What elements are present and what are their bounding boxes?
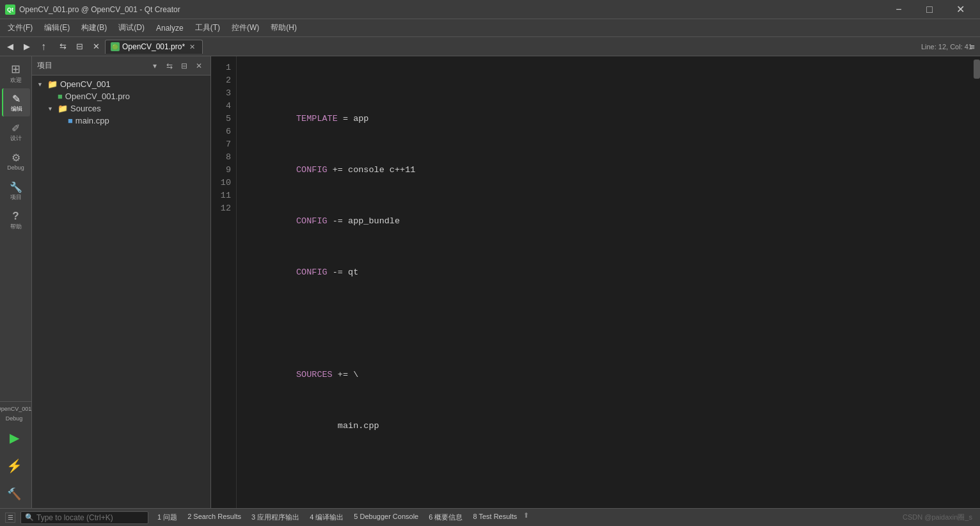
debug-icon: ⚙ bbox=[12, 152, 20, 164]
filter-button[interactable]: ▾ bbox=[148, 60, 161, 72]
line-num-2: 2 bbox=[211, 74, 236, 87]
code-line-7: main.cpp bbox=[244, 407, 972, 420]
nav-up-button[interactable]: ↑ bbox=[36, 39, 51, 54]
collapse-all-button[interactable]: ⊟ bbox=[178, 60, 191, 72]
line-num-3: 3 bbox=[211, 87, 236, 100]
nav-forward-button[interactable]: ▶ bbox=[19, 39, 35, 54]
menu-bar: 文件(F) 编辑(E) 构建(B) 调试(D) Analyze 工具(T) 控件… bbox=[0, 19, 980, 37]
tree-item-pro-file[interactable]: ▶ ■ OpenCV_001.pro bbox=[32, 90, 210, 102]
sidebar-item-debug-bottom[interactable]: Debug bbox=[0, 413, 28, 424]
sidebar-item-run-kit[interactable]: OpenCV_001 bbox=[0, 404, 28, 413]
file-panel-actions: ▾ ⇆ ⊟ ✕ bbox=[148, 60, 205, 72]
menu-analyze[interactable]: Analyze bbox=[151, 22, 189, 35]
line-num-4: 4 bbox=[211, 100, 236, 113]
menu-debug[interactable]: 调试(D) bbox=[113, 20, 150, 35]
tree-label-opencv001: OpenCV_001 bbox=[60, 79, 111, 89]
title-bar-controls: − □ ✕ bbox=[884, 0, 975, 19]
sidebar-label-welcome: 欢迎 bbox=[10, 77, 22, 84]
sidebar-label-debug: Debug bbox=[7, 165, 24, 171]
file-panel-title: 项目 bbox=[37, 60, 52, 71]
close-panel-button[interactable]: ✕ bbox=[193, 60, 205, 72]
menu-help[interactable]: 帮助(H) bbox=[265, 20, 302, 35]
sync-tree-button[interactable]: ⇆ bbox=[163, 60, 176, 72]
sidebar-item-edit[interactable]: ✎ 编辑 bbox=[2, 88, 30, 116]
toolbar-split-button[interactable]: ⊟ bbox=[72, 39, 87, 54]
sidebar-item-welcome[interactable]: ⊞ 欢迎 bbox=[2, 59, 30, 87]
file-tree: ▼ 📁 OpenCV_001 ▶ ■ OpenCV_001.pro ▼ 📁 So… bbox=[32, 76, 210, 508]
kit-label: OpenCV_001 bbox=[0, 406, 31, 412]
sidebar-label-design: 设计 bbox=[10, 136, 22, 142]
tree-item-opencv001[interactable]: ▼ 📁 OpenCV_001 bbox=[32, 78, 210, 90]
menu-tools[interactable]: 工具(T) bbox=[190, 20, 225, 35]
sidebar-toggle-button[interactable]: ☰ bbox=[5, 513, 15, 523]
line-num-10: 10 bbox=[211, 177, 236, 189]
status-tab-test[interactable]: 8 Test Results bbox=[469, 511, 521, 523]
tab-close-button[interactable]: ✕ bbox=[187, 42, 197, 52]
design-icon: ✐ bbox=[12, 122, 20, 134]
maximize-button[interactable]: □ bbox=[915, 0, 944, 19]
toolbar-sync-button[interactable]: ⇆ bbox=[55, 39, 70, 54]
title-bar: Qt OpenCV_001.pro @ OpenCV_001 - Qt Crea… bbox=[0, 0, 980, 19]
tree-item-main-cpp[interactable]: ▶ ■ main.cpp bbox=[32, 115, 210, 127]
code-editor[interactable]: 1 2 3 4 5 6 7 8 9 10 11 12 TEMPLATE = ap… bbox=[211, 56, 980, 508]
sidebar-item-run-button[interactable]: ▶ bbox=[0, 424, 28, 452]
sidebar-item-help[interactable]: ? 帮助 bbox=[2, 206, 30, 234]
line-num-8: 8 bbox=[211, 151, 236, 164]
status-bar: ☰ 🔍 1 问题 2 Search Results 3 应用程序输出 4 编译输… bbox=[0, 508, 980, 526]
status-tab-app-output[interactable]: 3 应用程序输出 bbox=[248, 511, 303, 523]
chevron-sources: ▼ bbox=[47, 106, 55, 112]
pro-file-icon: 🟢 bbox=[111, 42, 120, 51]
cpp-file-icon: ■ bbox=[68, 116, 73, 125]
line-num-7: 7 bbox=[211, 138, 236, 151]
sidebar-item-debug-run[interactable]: ⚡ bbox=[0, 452, 28, 480]
toolbar: ◀ ▶ ↑ ⇆ ⊟ ✕ 🟢 OpenCV_001.pro* ✕ Line: 12… bbox=[0, 37, 980, 56]
tree-label-main-cpp: main.cpp bbox=[75, 116, 109, 125]
sidebar-icons: ⊞ 欢迎 ✎ 编辑 ✐ 设计 ⚙ Debug 🔧 项目 ? 帮助 OpenCV_… bbox=[0, 56, 32, 508]
sidebar-item-projects[interactable]: 🔧 项目 bbox=[2, 177, 30, 205]
menu-window[interactable]: 控件(W) bbox=[226, 20, 264, 35]
more-tabs-button[interactable]: ⬆ bbox=[523, 511, 529, 523]
toolbar-close-others-button[interactable]: ✕ bbox=[88, 39, 104, 54]
tab-pro-file[interactable]: 🟢 OpenCV_001.pro* ✕ bbox=[105, 40, 203, 54]
tree-label-pro-file: OpenCV_001.pro bbox=[65, 92, 130, 101]
status-tab-summary[interactable]: 6 概要信息 bbox=[425, 511, 466, 523]
help-icon: ? bbox=[12, 210, 19, 223]
sidebar-label-edit: 编辑 bbox=[11, 106, 22, 113]
status-tab-debugger[interactable]: 5 Debugger Console bbox=[350, 511, 422, 523]
code-line-1: TEMPLATE = app bbox=[244, 100, 972, 113]
welcome-icon: ⊞ bbox=[11, 62, 20, 76]
search-input-container[interactable]: 🔍 bbox=[20, 511, 148, 524]
file-panel-header: 项目 ▾ ⇆ ⊟ ✕ bbox=[32, 56, 210, 76]
code-lines-container[interactable]: TEMPLATE = app CONFIG += console c++11 C… bbox=[237, 56, 980, 508]
line-num-1: 1 bbox=[211, 61, 236, 74]
toolbar-menu-button[interactable]: ≡ bbox=[965, 37, 980, 56]
menu-build[interactable]: 构建(B) bbox=[76, 20, 112, 35]
menu-edit[interactable]: 编辑(E) bbox=[39, 20, 75, 35]
sidebar-item-build-run[interactable]: 🔨 bbox=[0, 480, 28, 508]
sidebar-item-debug[interactable]: ⚙ Debug bbox=[2, 147, 30, 175]
menu-file[interactable]: 文件(F) bbox=[3, 20, 38, 35]
status-tab-compile[interactable]: 4 编译输出 bbox=[306, 511, 347, 523]
status-tab-issues[interactable]: 1 问题 bbox=[154, 511, 181, 523]
vertical-scrollbar[interactable] bbox=[974, 56, 980, 508]
nav-back-button[interactable]: ◀ bbox=[3, 39, 18, 54]
main-layout: ⊞ 欢迎 ✎ 编辑 ✐ 设计 ⚙ Debug 🔧 项目 ? 帮助 OpenCV_… bbox=[0, 56, 980, 508]
title-bar-text: OpenCV_001.pro @ OpenCV_001 - Qt Creator bbox=[19, 5, 180, 14]
search-input[interactable] bbox=[36, 513, 132, 522]
close-button[interactable]: ✕ bbox=[945, 0, 975, 19]
code-line-2: CONFIG += console c++11 bbox=[244, 151, 972, 164]
sources-folder-icon: 📁 bbox=[58, 104, 68, 113]
status-tab-search[interactable]: 2 Search Results bbox=[184, 511, 245, 523]
minimize-button[interactable]: − bbox=[884, 0, 913, 19]
sidebar-label-help: 帮助 bbox=[10, 224, 22, 230]
line-num-5: 5 bbox=[211, 113, 236, 125]
code-content: 1 2 3 4 5 6 7 8 9 10 11 12 TEMPLATE = ap… bbox=[211, 56, 980, 508]
code-line-8 bbox=[244, 458, 972, 471]
sidebar-label-projects: 项目 bbox=[10, 195, 22, 201]
tree-item-sources[interactable]: ▼ 📁 Sources bbox=[32, 102, 210, 115]
sidebar-toggle-icon: ☰ bbox=[8, 514, 13, 521]
sidebar-item-design[interactable]: ✐ 设计 bbox=[2, 118, 30, 146]
debug-run-icon: ⚡ bbox=[6, 458, 22, 474]
line-num-11: 11 bbox=[211, 189, 236, 202]
status-tabs: 1 问题 2 Search Results 3 应用程序输出 4 编译输出 5 … bbox=[154, 511, 897, 523]
